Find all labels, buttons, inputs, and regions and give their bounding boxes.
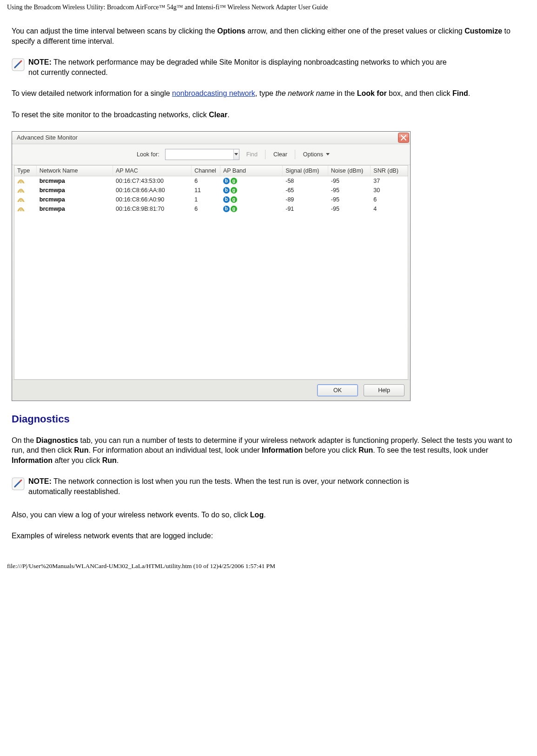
text-bold: Look for	[357, 89, 387, 97]
text: in the	[335, 89, 357, 97]
lookfor-input[interactable]	[166, 149, 233, 160]
signal-icon	[17, 206, 25, 212]
cell-name: brcmwpa	[40, 187, 65, 194]
site-monitor-window: Advanced Site Monitor Look for: Find	[12, 131, 411, 401]
text-bold: Find	[452, 89, 468, 97]
chevron-down-icon	[234, 153, 238, 155]
cell-mac: 00:16:C8:66:A0:90	[113, 195, 192, 204]
col-type[interactable]: Type	[14, 166, 37, 176]
ok-button[interactable]: OK	[317, 384, 358, 396]
col-signal[interactable]: Signal (dBm)	[283, 166, 328, 176]
paragraph-diagnostics: On the Diagnostics tab, you can run a nu…	[12, 435, 525, 466]
paragraph-log: Also, you can view a log of your wireles…	[12, 510, 525, 520]
col-band[interactable]: AP Band	[220, 166, 283, 176]
text: .	[264, 511, 265, 519]
cell-channel: 11	[192, 186, 220, 195]
window-footer: OK Help	[12, 380, 410, 401]
text: To reset the site monitor to the broadca…	[12, 111, 209, 119]
band-icon: bg	[223, 206, 237, 212]
close-button[interactable]	[398, 133, 409, 143]
text-italic: the network name	[275, 89, 334, 97]
text: To view detailed network information for…	[12, 89, 172, 97]
lookfor-label: Look for:	[137, 151, 159, 158]
lookfor-combobox[interactable]	[165, 149, 239, 160]
lookfor-dropdown-button[interactable]	[233, 149, 239, 160]
cell-mac: 00:16:C8:66:AA:80	[113, 186, 192, 195]
text: , type	[255, 89, 276, 97]
table-row[interactable]: brcmwpa00:16:C8:66:A0:901bg-89-956	[14, 195, 408, 204]
col-mac[interactable]: AP MAC	[113, 166, 192, 176]
svg-rect-5	[20, 201, 21, 202]
cell-channel: 6	[192, 204, 220, 214]
svg-rect-6	[20, 210, 21, 211]
text-bold: Run	[358, 446, 373, 454]
band-icon: bg	[223, 178, 237, 184]
band-icon: bg	[223, 187, 237, 194]
signal-icon	[17, 187, 25, 193]
nonbroadcasting-link[interactable]: nonbroadcasting network	[172, 89, 255, 97]
footer-path: file:///P|/User%20Manuals/WLANCard-UM302…	[7, 552, 530, 574]
note-block: NOTE: The network connection is lost whe…	[12, 476, 525, 496]
text-bold: Run	[102, 456, 117, 464]
signal-icon	[17, 178, 25, 184]
col-name[interactable]: Network Name	[37, 166, 113, 176]
svg-rect-3	[20, 182, 21, 183]
cell-mac: 00:16:C7:43:53:00	[113, 176, 192, 186]
text: Also, you can view a log of your wireles…	[12, 511, 250, 519]
cell-signal: -89	[283, 195, 328, 204]
find-button[interactable]: Find	[242, 149, 261, 160]
note-label: NOTE:	[28, 58, 52, 66]
paragraph-examples: Examples of wireless network events that…	[12, 531, 525, 541]
note-block: NOTE: The network performance may be deg…	[12, 57, 525, 77]
titlebar: Advanced Site Monitor	[12, 132, 410, 144]
cell-noise: -95	[328, 186, 371, 195]
list-body: brcmwpa00:16:C7:43:53:006bg-58-9537brcmw…	[14, 176, 408, 379]
col-channel[interactable]: Channel	[192, 166, 220, 176]
clear-button[interactable]: Clear	[269, 149, 291, 160]
col-snr[interactable]: SNR (dB)	[371, 166, 408, 176]
table-row[interactable]: brcmwpa00:16:C7:43:53:006bg-58-9537	[14, 176, 408, 186]
cell-noise: -95	[328, 176, 371, 186]
note-icon	[12, 58, 25, 71]
note-text: The network connection is lost when you …	[28, 477, 409, 495]
text: . For information about an individual te…	[88, 446, 262, 454]
cell-signal: -91	[283, 204, 328, 214]
cell-noise: -95	[328, 195, 371, 204]
cell-name: brcmwpa	[40, 196, 65, 203]
cell-channel: 1	[192, 195, 220, 204]
cell-snr: 30	[371, 186, 408, 195]
table-row[interactable]: brcmwpa00:16:C8:9B:81:706bg-91-954	[14, 204, 408, 214]
options-button[interactable]: Options	[299, 149, 333, 160]
cell-snr: 37	[371, 176, 408, 186]
col-noise[interactable]: Noise (dBm)	[328, 166, 371, 176]
text: . To see the test results, look under	[373, 446, 488, 454]
cell-snr: 4	[371, 204, 408, 214]
paragraph-lookfor: To view detailed network information for…	[12, 88, 525, 99]
text-bold: Diagnostics	[36, 436, 78, 444]
network-list: Type Network Name AP MAC Channel AP Band…	[14, 165, 408, 380]
text: arrow, and then clicking either one of t…	[245, 27, 464, 35]
cell-signal: -65	[283, 186, 328, 195]
cell-name: brcmwpa	[40, 178, 65, 184]
text: .	[227, 111, 229, 119]
toolbar: Look for: Find Clear Options	[12, 144, 410, 165]
text-bold: Log	[250, 511, 264, 519]
cell-noise: -95	[328, 204, 371, 214]
options-label: Options	[303, 151, 323, 158]
diagnostics-heading: Diagnostics	[12, 413, 525, 425]
svg-rect-4	[20, 191, 21, 193]
text: box, and then click	[387, 89, 452, 97]
text: .	[117, 456, 119, 464]
help-button[interactable]: Help	[364, 384, 404, 396]
separator	[265, 150, 265, 159]
svg-rect-2	[399, 133, 409, 137]
band-icon: bg	[223, 196, 237, 203]
list-header[interactable]: Type Network Name AP MAC Channel AP Band…	[14, 166, 408, 176]
paragraph-clear: To reset the site monitor to the broadca…	[12, 110, 525, 120]
table-row[interactable]: brcmwpa00:16:C8:66:AA:8011bg-65-9530	[14, 186, 408, 195]
note-text: The network performance may be degraded …	[28, 58, 447, 76]
note-label: NOTE:	[28, 477, 52, 485]
text: .	[468, 89, 470, 97]
cell-snr: 6	[371, 195, 408, 204]
cell-mac: 00:16:C8:9B:81:70	[113, 204, 192, 214]
